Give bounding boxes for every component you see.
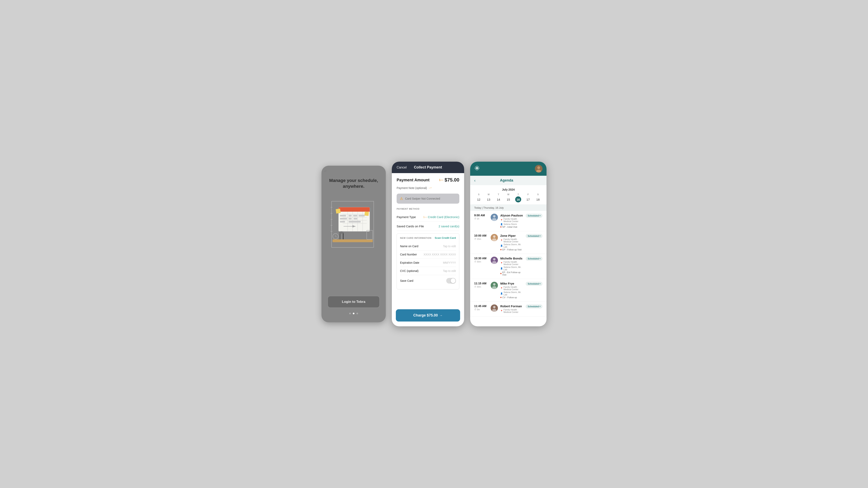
card-number-input[interactable]: XXXX XXXX XXXX XXXX (424, 253, 456, 256)
patient-name: Michelle Bonds (500, 257, 523, 260)
appointment-info: Robert Forman 📍Family Health Medical Cen… (500, 304, 523, 314)
expiration-date-row[interactable]: Expiration Date MM/YYYY (400, 259, 456, 267)
scan-card-button[interactable]: Scan Credit Card (435, 236, 456, 239)
dot-1[interactable] (349, 313, 351, 314)
provider-icon: 👤 (500, 292, 503, 295)
svg-point-51 (492, 218, 496, 221)
agenda-nav-bar: ‹ Agenda (470, 176, 547, 185)
day-column[interactable]: T 14 (494, 193, 503, 202)
day-strip: S 12 M 13 T 14 W 15 T 16 F 17 S 18 (474, 193, 542, 202)
svg-point-63 (492, 309, 496, 312)
appointment-item[interactable]: 11:15 AM ⏱ 30m Mike Frye 📍Family Health … (470, 279, 547, 302)
agenda-title: Agenda (500, 178, 513, 183)
day-number: 18 (535, 196, 541, 202)
clock-icon: ⏱ (474, 238, 476, 240)
payment-type-label: Payment Type (397, 215, 416, 219)
expiration-input[interactable]: MM/YYYY (443, 261, 456, 264)
day-column[interactable]: W 15 (504, 193, 513, 202)
payment-type-text: Credit Card (Electronic) (428, 215, 459, 219)
location-detail: 📍Family Health Medical Center (500, 286, 523, 291)
day-column[interactable]: F 17 (524, 193, 533, 202)
svg-point-50 (493, 215, 495, 218)
svg-rect-35 (341, 233, 342, 239)
day-column[interactable]: S 18 (533, 193, 542, 202)
patient-avatar (491, 257, 498, 264)
svg-point-53 (493, 235, 495, 238)
day-label: F (527, 193, 529, 196)
charge-button-text: Charge $75.00 (413, 313, 438, 318)
save-card-row: Save Card (400, 275, 456, 286)
svg-point-47 (537, 166, 540, 169)
day-number: 16 (515, 196, 521, 202)
saved-cards-row[interactable]: Saved Cards on File 2 saved card(s) (397, 222, 459, 231)
day-label: T (518, 193, 519, 196)
login-button[interactable]: Login to Tebra (328, 296, 380, 308)
appointment-item[interactable]: 10:00 AM ⏱ 15m Zene Piper 📍Family Health… (470, 231, 547, 254)
payment-amount-row: Payment Amount 1— $75.00 (397, 177, 459, 183)
visit-type: CV - Follow-up (500, 296, 523, 299)
app-logo-icon (474, 165, 480, 172)
location-detail: 📍Family Health Medical Center (500, 308, 523, 313)
user-avatar[interactable] (535, 165, 542, 172)
cvc-row[interactable]: CVC (optional) Tap to edit (400, 267, 456, 275)
payment-amount-label: Payment Amount (397, 178, 430, 182)
cvc-input[interactable]: Tap to edit (443, 269, 456, 272)
payment-note-row[interactable]: Payment Note (optional) →² (397, 186, 459, 190)
status-badge[interactable]: Scheduled ▾ (526, 304, 542, 308)
appointment-item[interactable]: 9:00 AM ⏱ 1h Alyson Paulson 📍Family Heal… (470, 211, 547, 231)
payment-type-row[interactable]: Payment Type 1— Credit Card (Electronic) (397, 213, 459, 222)
duration-value: ⏱ 30m (474, 286, 488, 288)
back-button[interactable]: ‹ (474, 178, 475, 183)
payment-type-value: 1— Credit Card (Electronic) (423, 215, 459, 219)
warning-text: Card Swiper Not Connected (405, 197, 440, 200)
appointment-time: 11:45 AM ⏱ 3m (474, 304, 488, 311)
day-column[interactable]: S 12 (474, 193, 483, 202)
visit-type: EP - Follow-up Visit (500, 249, 523, 251)
appointment-item[interactable]: 10:30 AM ⏱ 30m Michelle Bonds 📍Family He… (470, 254, 547, 279)
svg-rect-22 (353, 215, 357, 217)
payment-screen-title: Collect Payment (414, 165, 442, 169)
appointment-time: 11:15 AM ⏱ 30m (474, 282, 488, 288)
clock-icon: ⏱ (474, 308, 476, 311)
appointment-time: 9:00 AM ⏱ 1h (474, 214, 488, 220)
day-number: 14 (495, 196, 501, 202)
calendar-strip: July 2024 S 12 M 13 T 14 W 15 T 16 F 17 … (470, 185, 547, 205)
name-on-card-row[interactable]: Name on Card Tap to edit (400, 242, 456, 251)
card-number-label: Card Number (400, 253, 417, 256)
svg-rect-26 (353, 218, 357, 220)
pagination-dots (349, 313, 358, 314)
svg-rect-11 (339, 210, 370, 212)
duration-value: ⏱ 3m (474, 308, 488, 311)
svg-rect-33 (333, 239, 373, 242)
save-card-toggle[interactable] (446, 278, 456, 284)
charge-button[interactable]: Charge $75.00 → (396, 309, 460, 322)
appointment-item[interactable]: 11:45 AM ⏱ 3m Robert Forman 📍Family Heal… (470, 302, 547, 317)
svg-rect-41 (367, 230, 373, 239)
dot-3[interactable] (356, 313, 358, 314)
status-pill: Scheduled ▾ (526, 257, 542, 261)
patient-avatar (491, 282, 498, 289)
status-pill: Scheduled ▾ (526, 214, 542, 218)
name-on-card-input[interactable]: Tap to edit (443, 245, 456, 248)
calendar-illustration (328, 195, 380, 252)
appointments-list: 9:00 AM ⏱ 1h Alyson Paulson 📍Family Heal… (470, 211, 547, 326)
status-badge[interactable]: Scheduled ▾ (526, 214, 542, 218)
dot-2[interactable] (353, 313, 354, 314)
svg-rect-32 (365, 212, 369, 216)
cancel-button[interactable]: Cancel (397, 166, 407, 169)
cvc-label: CVC (optional) (400, 269, 418, 272)
card-number-row[interactable]: Card Number XXXX XXXX XXXX XXXX (400, 251, 456, 259)
svg-point-59 (493, 283, 495, 286)
location-detail: 📍Family Health Medical Center (500, 238, 523, 243)
status-badge[interactable]: Scheduled ▾ (526, 257, 542, 261)
provider-icon: 👤 (500, 267, 503, 269)
day-column[interactable]: T 16 (514, 193, 523, 202)
day-label: T (498, 193, 499, 196)
status-badge[interactable]: Scheduled ▾ (526, 234, 542, 238)
day-column[interactable]: M 13 (484, 193, 493, 202)
appointment-info: Zene Piper 📍Family Health Medical Center… (500, 234, 523, 251)
month-year-label: July 2024 (474, 188, 542, 191)
visit-type-dot (500, 297, 501, 298)
new-card-section: NEW CARD INFORMATION Scan Credit Card Na… (397, 233, 459, 289)
status-badge[interactable]: Scheduled ▾ (526, 282, 542, 286)
